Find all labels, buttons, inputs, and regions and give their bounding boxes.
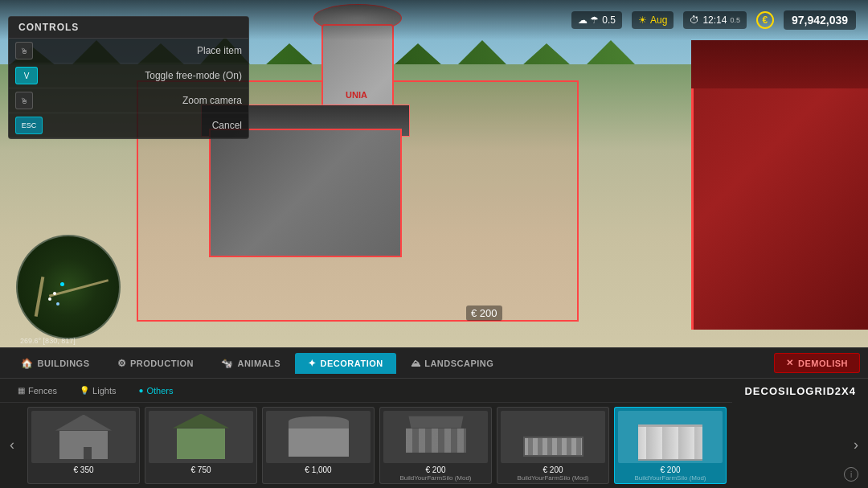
lights-label: Lights <box>92 386 116 396</box>
control-cancel: ESC Cancel <box>9 113 248 138</box>
mouse-scroll-icon: 🖱 <box>15 92 33 109</box>
decoration-label: DECORATION <box>321 359 383 368</box>
item-thumbnail-1 <box>31 411 136 463</box>
hud-month: ☀ Aug <box>632 11 674 29</box>
tab-buildings[interactable]: 🏠 BUILDINGS <box>8 353 103 374</box>
animals-label: ANIMALS <box>237 359 280 368</box>
fences-icon: ▦ <box>18 386 25 395</box>
item-card-2[interactable]: € 750 <box>145 407 257 484</box>
free-mode-label: Toggle free-mode (On) <box>46 70 242 81</box>
demolish-button[interactable]: ✕ DEMOLISH <box>774 353 860 373</box>
coordinates-label: 269.6° [830, 817] <box>20 337 76 345</box>
silo-grid-body <box>638 424 702 461</box>
item-card-4[interactable]: € 200 BuildYourFarmSilo (Mod) <box>379 407 492 484</box>
cloud-icon: ☁ ☂ <box>578 14 599 26</box>
time-value: 12:14 <box>702 14 727 26</box>
landscaping-icon: ⛰ <box>411 358 421 369</box>
mouse-icon: 🖱 <box>15 42 33 59</box>
house1-roof <box>55 415 112 431</box>
barn-roof <box>691 40 868 88</box>
item-source-2 <box>200 474 202 482</box>
sub-tab-lights[interactable]: 💡 Lights <box>70 383 125 399</box>
sub-tab-others[interactable]: ● Others <box>129 383 182 399</box>
house2-roof <box>173 414 229 429</box>
minimap <box>16 235 121 339</box>
place-item-label: Place item <box>41 45 242 56</box>
control-zoom: 🖱 Zoom camera <box>9 88 248 113</box>
grid2-frame <box>523 437 583 457</box>
item-price-2: € 750 <box>190 465 211 474</box>
info-icon[interactable]: i <box>844 467 858 482</box>
item-thumbnail-4 <box>383 411 488 463</box>
lights-icon: 💡 <box>80 386 89 395</box>
selected-item-name: DECOSILOGRID2X4 <box>732 381 868 401</box>
cancel-label: Cancel <box>51 120 242 131</box>
buildings-label: BUILDINGS <box>38 359 90 368</box>
landscaping-label: LANDSCAPING <box>424 359 493 368</box>
item-card-5[interactable]: € 200 BuildYourFarmSilo (Mod) <box>497 407 609 484</box>
month-label: Aug <box>650 14 667 26</box>
minimap-road <box>49 279 108 297</box>
tab-landscaping[interactable]: ⛰ LANDSCAPING <box>398 353 507 374</box>
item-card-6[interactable]: € 200 BuildYourFarmSilo (Mod) <box>614 407 727 484</box>
others-icon: ● <box>138 386 143 395</box>
decoration-icon: ✦ <box>308 358 317 369</box>
item-price-3: € 1,000 <box>305 465 331 474</box>
fences-label: Fences <box>28 386 57 396</box>
item-price-4: € 200 <box>425 465 445 474</box>
world-price-tag: € 200 <box>466 306 502 321</box>
controls-panel: CONTROLS 🖱 Place item V Toggle free-mode… <box>8 16 249 139</box>
euro-icon: € <box>756 11 774 29</box>
buildings-icon: 🏠 <box>21 358 34 369</box>
minimap-road2 <box>35 277 45 317</box>
v-key: V <box>15 67 38 84</box>
control-free-mode: V Toggle free-mode (On) <box>9 64 248 88</box>
prev-arrow[interactable]: ‹ <box>0 409 24 482</box>
hud-time: ⏱ 12:14 0.5 <box>683 11 747 29</box>
grid-art <box>406 416 466 457</box>
hangar-roof <box>289 416 349 429</box>
clock-icon: ⏱ <box>690 14 699 26</box>
item-card-1[interactable]: € 350 <box>27 407 140 484</box>
money-display: 97,942,039 <box>784 10 856 30</box>
grid-top <box>408 416 463 429</box>
minimap-player-dot <box>60 282 64 286</box>
item-grid-container: ‹ € 350 <box>0 403 868 487</box>
sun-icon: ☀ <box>638 14 647 26</box>
item-source-6: BuildYourFarmSilo (Mod) <box>634 474 706 482</box>
minimap-vehicle-dot2 <box>48 297 51 301</box>
grid2-art <box>523 416 583 457</box>
grid-body <box>406 429 466 453</box>
time-sub: 0.5 <box>730 16 740 24</box>
weather-value: 0.5 <box>602 14 616 26</box>
minimap-vehicle-dot3 <box>56 302 59 306</box>
item-price-6: € 200 <box>660 465 680 474</box>
hangar-art <box>289 416 349 457</box>
tab-animals[interactable]: 🐄 ANIMALS <box>208 353 293 374</box>
house1-door <box>84 447 92 459</box>
tab-production[interactable]: ⚙ PRODUCTION <box>104 353 207 374</box>
silo-grid-art <box>638 412 702 461</box>
tab-decoration[interactable]: ✦ DECORATION <box>295 353 396 374</box>
center-building <box>209 129 434 289</box>
sub-tabs: ▦ Fences 💡 Lights ● Others <box>0 379 732 403</box>
category-tabs: 🏠 BUILDINGS ⚙ PRODUCTION 🐄 ANIMALS ✦ DEC… <box>0 348 868 379</box>
production-label: PRODUCTION <box>130 359 194 368</box>
item-card-3[interactable]: € 1,000 <box>262 407 375 484</box>
item-price-1: € 350 <box>73 465 93 474</box>
items-row: € 350 € 750 <box>24 407 844 484</box>
sub-tab-fences[interactable]: ▦ Fences <box>8 383 67 399</box>
production-icon: ⚙ <box>117 358 127 369</box>
item-thumbnail-3 <box>266 411 371 463</box>
hud-items: ☁ ☂ 0.5 ☀ Aug ⏱ 12:14 0.5 € 97,942,039 <box>571 10 856 30</box>
house2-body <box>177 429 225 459</box>
item-price-5: € 200 <box>542 465 563 474</box>
item-thumbnail-6 <box>618 411 723 463</box>
house1-body <box>59 431 108 459</box>
item-source-5: BuildYourFarmSilo (Mod) <box>517 474 588 482</box>
item-thumbnail-2 <box>149 411 253 463</box>
building-body <box>209 129 402 257</box>
hud-weather: ☁ ☂ 0.5 <box>571 11 622 29</box>
demolish-x-icon: ✕ <box>786 358 794 368</box>
item-thumbnail-5 <box>501 411 605 463</box>
